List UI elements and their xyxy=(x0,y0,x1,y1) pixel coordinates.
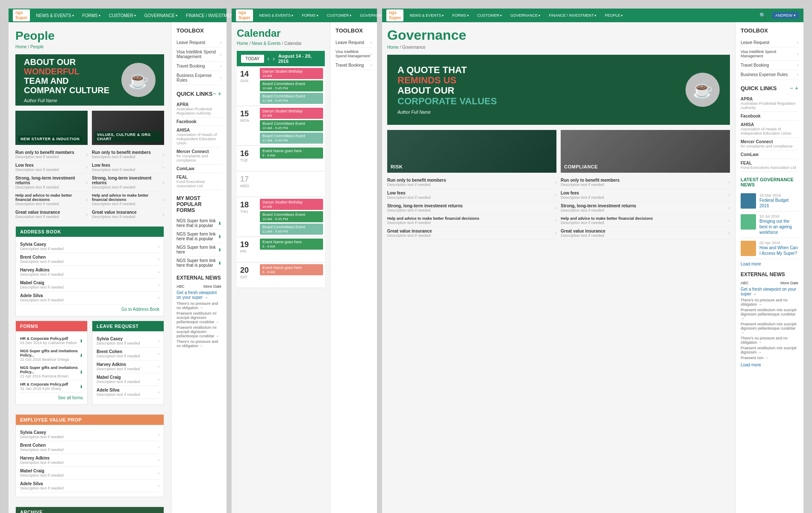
risk-card[interactable]: RISK Run only to benefit membersDescript… xyxy=(387,130,556,240)
nav-news[interactable]: NEWS & EVENTS ▾ xyxy=(407,12,446,19)
toolbox-travel[interactable]: Travel Booking› xyxy=(177,62,221,71)
list-item[interactable]: Sylvia CaseyDescription text if needed› xyxy=(97,335,159,348)
list-item[interactable]: Mabel CraigDescription text if needed› xyxy=(20,467,159,480)
ql-facebook[interactable]: Facebook xyxy=(741,112,798,121)
news-headline[interactable]: Federal Budget 2016 xyxy=(759,198,798,209)
list-item[interactable]: Adele SilvaDescription text if needed› xyxy=(97,386,159,399)
logo[interactable]: ngs Super xyxy=(386,9,403,21)
nav-forms[interactable]: FORMS ▾ xyxy=(80,12,103,20)
list-item[interactable]: Help and advice to make better financial… xyxy=(15,192,88,208)
ql-feal[interactable]: FEALFund Executives Association Ltd xyxy=(177,173,221,190)
list-item[interactable]: Great value insuranceDescription text if… xyxy=(92,208,164,221)
search-icon[interactable]: 🔍 xyxy=(757,12,768,18)
ql-mercer[interactable]: Mercer Connectfor complaints and complia… xyxy=(177,147,221,165)
toolbox-leave[interactable]: Leave Request› xyxy=(177,38,221,47)
cal-event[interactable]: Board Committees Event10 AM - 5:45 PM xyxy=(260,211,323,222)
list-item[interactable]: Run only to benefit membersDescription t… xyxy=(92,148,164,161)
compliance-card[interactable]: COMPLIANCE Run only to benefit membersDe… xyxy=(561,130,730,240)
news-thumb-item[interactable]: 02 Apr 2016 How and When Can I Access My… xyxy=(741,238,798,259)
list-item[interactable]: Harvey AdkinsDescription text if needed› xyxy=(97,360,159,373)
news-thumb-item[interactable]: 18 Jul 2016 Bringing out the best in an … xyxy=(741,212,798,238)
form-item[interactable]: NGS Super gifts and invitations Policy..… xyxy=(20,347,83,364)
toolbox-leave[interactable]: Leave Request› xyxy=(335,38,372,47)
cal-event[interactable]: Darryn Studert Birthday10 AM xyxy=(260,199,323,210)
toolbox-travel[interactable]: Travel Booking› xyxy=(741,61,798,70)
list-item[interactable]: Brent CohenDescription text if needed› xyxy=(97,348,159,360)
breadcrumb-people[interactable]: People xyxy=(30,44,44,49)
toolbox-visa[interactable]: Visa Intellilink Spend Management› xyxy=(741,47,798,61)
form-item[interactable]: HR & Corporate Policy.pdf31 Jan 2016 Kyl… xyxy=(20,380,83,393)
ql-ahisa[interactable]: AHISAAssociation of Heads of Independent… xyxy=(741,121,798,138)
list-item[interactable]: Mabel CraigDescription text if needed› xyxy=(97,373,159,386)
load-more-news-link[interactable]: Load more xyxy=(741,363,798,367)
see-all-forms-link[interactable]: See all forms xyxy=(20,395,83,400)
nav-news[interactable]: NEWS & EVENTS ▾ xyxy=(256,12,296,19)
news-headline[interactable]: Bringing out the best in an ageing workf… xyxy=(759,218,798,235)
logo[interactable]: ngs Super xyxy=(13,9,30,21)
list-item[interactable]: Sylvia CaseyDescription text if needed› xyxy=(20,240,159,253)
list-item[interactable]: Help and advice to make better financial… xyxy=(561,215,730,227)
cal-event[interactable]: Event Name goes here6 - 8 AM xyxy=(260,147,323,159)
nav-finance[interactable]: FINANCE / INVESTMENT ▾ xyxy=(546,12,599,19)
list-item[interactable]: Low feesDescription text if needed › xyxy=(92,161,164,174)
toolbox-visa[interactable]: Visa Intellilink Spend Management› xyxy=(335,47,372,61)
ql-comlaw[interactable]: ComLaw xyxy=(741,150,798,159)
toolbox-visa[interactable]: Visa Intellilink Spend Management› xyxy=(177,47,221,62)
list-item[interactable]: Great value insuranceDescription text if… xyxy=(15,208,88,221)
nav-customer[interactable]: CUSTOMER ▾ xyxy=(475,12,504,19)
list-item[interactable]: Harvey AdkinsDescription text if needed› xyxy=(20,266,159,279)
go-address-book-link[interactable]: Go to Address Book xyxy=(20,307,159,312)
cal-event[interactable]: Board Committees Event10 AM - 5:45 PM xyxy=(260,120,323,131)
list-item[interactable]: Run only to benefit membersDescription t… xyxy=(15,148,88,161)
news-thumb-item[interactable]: 18 Mar 2016 Federal Budget 2016 xyxy=(741,191,798,212)
toolbox-expense[interactable]: Business Expense Rules› xyxy=(177,71,221,85)
cal-event[interactable]: Board Committees Event11 AM - 5:45 PM xyxy=(260,224,323,235)
form-item[interactable]: NGS Super gifts and invitations Policy..… xyxy=(20,364,83,380)
ql-apra[interactable]: APRAAustralian Prudential Regulation Aut… xyxy=(741,95,798,112)
cal-event[interactable]: Event Name goes here6 - 8 AM xyxy=(260,239,323,250)
cal-event[interactable]: Board Committees Event10 AM - 5:45 PM xyxy=(260,80,323,91)
list-item[interactable]: Run only to benefit membersDescription t… xyxy=(561,176,730,189)
popular-form[interactable]: NGS Super form link here that is popular… xyxy=(177,217,221,230)
nav-customer[interactable]: CUSTOMER ▾ xyxy=(106,12,138,20)
ql-feal[interactable]: FEALFund Executives Association Ltd xyxy=(741,159,798,172)
today-button[interactable]: TODAY xyxy=(241,55,264,63)
plus-icon[interactable]: + xyxy=(218,90,221,97)
breadcrumb-home[interactable]: Home xyxy=(15,44,27,49)
cal-event[interactable]: Darryn Studert Birthday10 AM xyxy=(260,108,323,119)
list-item[interactable]: Low feesDescription text if needed› xyxy=(561,189,730,202)
form-item[interactable]: HR & Corporate Policy.pdf03 Dec 2016 by … xyxy=(20,335,83,347)
list-item[interactable]: Help and advice to make better financial… xyxy=(92,192,164,208)
nav-people[interactable]: PEOPLE ▾ xyxy=(602,12,625,19)
ql-facebook[interactable]: Facebook xyxy=(177,118,221,126)
cal-event[interactable]: Darryn Studert Birthday10 AM xyxy=(260,68,323,79)
user-menu[interactable]: ANDREW ▾ xyxy=(772,12,799,19)
ql-apra[interactable]: APRAAustralian Prudential Regulation Aut… xyxy=(177,100,221,118)
ql-mercer[interactable]: Mercer Connectfor complaints and complia… xyxy=(741,138,798,150)
popular-form[interactable]: NGS Super form link here that is popular… xyxy=(177,256,221,270)
list-item[interactable]: Low feesDescription text if needed › xyxy=(15,161,88,174)
list-item[interactable]: Great value insuranceDescription text if… xyxy=(387,227,556,240)
news-headline[interactable]: How and When Can I Access My Super? xyxy=(759,245,798,256)
list-item[interactable]: Adele SilvaDescription text if needed› xyxy=(20,480,159,492)
values-card[interactable]: VALUES, CULTURE & ORG CHART Run only to … xyxy=(92,111,164,221)
list-item[interactable]: Run only to benefit membersDescription t… xyxy=(387,176,556,189)
nav-forms[interactable]: FORMS ▾ xyxy=(299,12,321,19)
cal-event[interactable]: Board Committees Event11 AM - 5:45 PM xyxy=(260,133,323,144)
nav-news-events[interactable]: NEWS & EVENTS ▾ xyxy=(33,12,76,20)
list-item[interactable]: Adele SilvaDescription text if needed› xyxy=(20,292,159,304)
list-item[interactable]: Strong, long-term investment returnsDesc… xyxy=(15,174,88,192)
popular-form[interactable]: NGS Super form link here⬇ xyxy=(177,243,221,256)
list-item[interactable]: Brent CohenDescription text if needed› xyxy=(20,441,159,454)
minus-icon[interactable]: − xyxy=(213,90,216,97)
nav-customer[interactable]: CUSTOMER ▾ xyxy=(324,12,354,19)
list-item[interactable]: Strong, long-term investment returnsDesc… xyxy=(561,202,730,215)
breadcrumb-home[interactable]: Home xyxy=(237,41,248,46)
cal-prev[interactable]: ‹ xyxy=(268,55,270,62)
list-item[interactable]: Strong, long-term investment returnsDesc… xyxy=(387,202,556,215)
list-item[interactable]: Strong, long-term investment returnsDesc… xyxy=(92,174,164,192)
list-item[interactable]: Harvey AdkinsDescription text if needed› xyxy=(20,454,159,467)
nav-governance[interactable]: GOVERNANCE ▾ xyxy=(508,12,543,19)
breadcrumb-home[interactable]: Home xyxy=(387,45,399,50)
popular-form[interactable]: NGS Super form link here that is popular… xyxy=(177,230,221,243)
